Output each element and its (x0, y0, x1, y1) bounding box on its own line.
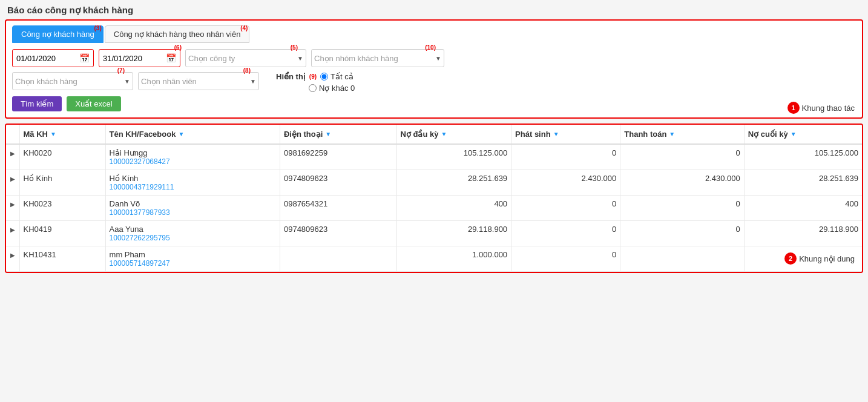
control-frame: Công nợ khách hàng (3) Công nợ khách hàn… (5, 19, 863, 119)
thanh-toan-cell: 0 (620, 196, 745, 221)
no-cuoi-ky-cell: 105.125.000 (744, 144, 862, 170)
calendar-icon-to[interactable]: 📅 (166, 53, 176, 63)
facebook-link[interactable]: 100027262295795 (110, 234, 276, 242)
th-phat-sinh: Phát sinh ▼ (511, 125, 620, 144)
expand-arrow-icon[interactable]: ▶ (10, 201, 15, 208)
expand-arrow-icon[interactable]: ▶ (10, 176, 15, 182)
hienthi-all-label[interactable]: Tất cả (320, 72, 353, 81)
hienthi-no-khac-0-radio[interactable] (309, 84, 317, 92)
hienthi-no-khac-0-label[interactable]: Nợ khác 0 (309, 84, 355, 93)
facebook-link[interactable]: 100002327068427 (110, 157, 276, 166)
ma-kh-cell: KH0020 (19, 144, 105, 170)
tab-cong-no-theo-nhan-vien[interactable]: Công nợ khách hàng theo nhân viên (4) (105, 25, 250, 43)
facebook-link[interactable]: 100001377987933 (110, 208, 276, 217)
facebook-link[interactable]: 100005714897247 (110, 259, 276, 268)
ten-kh-name: Aaa Yuna (110, 225, 143, 234)
date-to-wrap: 📅 (99, 49, 180, 67)
expand-cell[interactable]: ▶ (6, 221, 19, 246)
filter-icon-no-dau-ky[interactable]: ▼ (441, 131, 447, 137)
date-to-badge: (6) (174, 44, 182, 51)
table-row: ▶Hồ KínhHồ Kính1000004371929111097480962… (6, 170, 862, 196)
table-row: ▶KH0020Hải Hưngg100002327068427098169225… (6, 144, 862, 170)
date-to-input[interactable] (103, 54, 163, 63)
expand-cell[interactable]: ▶ (6, 144, 19, 170)
tab1-badge: (3) (94, 25, 102, 31)
expand-cell[interactable]: ▶ (6, 170, 19, 196)
data-frame: Mã KH ▼ Tên KH/Facebook ▼ Điện thoại (5, 124, 863, 273)
facebook-link[interactable]: 1000004371929111 (110, 183, 276, 191)
expand-arrow-icon[interactable]: ▶ (10, 150, 15, 157)
tab1-label: Công nợ khách hàng (21, 30, 94, 39)
export-button[interactable]: Xuất excel (67, 96, 120, 111)
frame2-circle: 2 (784, 252, 797, 265)
buttons-row: Tìm kiếm Xuất excel (12, 96, 856, 111)
expand-cell[interactable]: ▶ (6, 246, 19, 272)
tab2-badge: (4) (240, 25, 248, 31)
data-table: Mã KH ▼ Tên KH/Facebook ▼ Điện thoại (6, 125, 862, 272)
expand-arrow-icon[interactable]: ▶ (10, 226, 15, 233)
search-button[interactable]: Tìm kiếm (12, 96, 62, 111)
no-dau-ky-cell: 400 (396, 196, 511, 221)
customer-select[interactable]: Chọn khách hàng (15, 77, 123, 86)
no-dau-ky-cell: 1.000.000 (396, 246, 511, 272)
dien-thoai-cell: 0974809623 (280, 170, 396, 196)
employee-badge: (8) (243, 67, 251, 74)
dien-thoai-cell (280, 246, 396, 272)
no-dau-ky-cell: 29.118.900 (396, 221, 511, 246)
tabs-row: Công nợ khách hàng (3) Công nợ khách hàn… (12, 25, 856, 43)
filter-icon-thanh-toan[interactable]: ▼ (669, 131, 675, 137)
company-select[interactable]: Chọn công ty (188, 54, 296, 63)
hienthi-all-text: Tất cả (330, 72, 353, 81)
no-cuoi-ky-cell: 400 (744, 196, 862, 221)
customer-select-wrap[interactable]: Chọn khách hàng ▼ (12, 72, 133, 90)
employee-arrow-icon: ▼ (250, 78, 256, 85)
employee-select-wrap[interactable]: Chọn nhân viên ▼ (138, 72, 259, 90)
frame1-label: 1 Khung thao tác (787, 102, 855, 114)
expand-arrow-icon[interactable]: ▶ (10, 252, 15, 259)
table-row: ▶KH10431mm Pham1000057148972471.000.0000 (6, 246, 862, 272)
company-select-wrap[interactable]: Chọn công ty ▼ (185, 49, 306, 67)
ten-kh-name: Hải Hưngg (110, 148, 148, 157)
hienthi-no-khac-0-text: Nợ khác 0 (319, 84, 355, 93)
employee-select[interactable]: Chọn nhân viên (141, 77, 249, 86)
frame2-label: 2 Khung nội dung (784, 249, 855, 268)
table-row: ▶KH0023Danh Võ10000137798793309876543214… (6, 196, 862, 221)
customer-group-badge: (10) (425, 44, 436, 51)
th-dien-thoai: Điện thoại ▼ (280, 125, 396, 144)
ten-kh-cell: Hải Hưngg100002327068427 (105, 144, 280, 170)
tab-cong-no-khach-hang[interactable]: Công nợ khách hàng (3) (12, 25, 104, 43)
hienthi-label: Hiển thị (276, 72, 306, 81)
hienthi-all-radio[interactable] (320, 73, 328, 81)
no-dau-ky-cell: 105.125.000 (396, 144, 511, 170)
expand-cell[interactable]: ▶ (6, 196, 19, 221)
phat-sinh-cell: 0 (511, 246, 620, 272)
customer-group-select-wrap[interactable]: Chọn nhóm khách hàng ▼ (311, 49, 444, 67)
phat-sinh-cell: 0 (511, 196, 620, 221)
calendar-icon-from[interactable]: 📅 (79, 53, 90, 63)
ten-kh-cell: Danh Võ100001377987933 (105, 196, 280, 221)
filter-icon-no-cuoi-ky[interactable]: ▼ (791, 131, 797, 137)
ma-kh-cell: KH10431 (19, 246, 105, 272)
filter-icon-dien-thoai[interactable]: ▼ (325, 131, 331, 137)
filter-icon-phat-sinh[interactable]: ▼ (553, 131, 559, 137)
ten-kh-name: Hồ Kính (110, 174, 139, 183)
filter-icon-ma-kh[interactable]: ▼ (50, 131, 56, 137)
thanh-toan-cell (620, 246, 745, 272)
th-no-dau-ky: Nợ đầu kỳ ▼ (396, 125, 511, 144)
ma-kh-cell: KH0419 (19, 221, 105, 246)
filter-icon-ten-kh[interactable]: ▼ (178, 131, 184, 137)
customer-group-select[interactable]: Chọn nhóm khách hàng (314, 54, 434, 63)
ma-kh-cell: KH0023 (19, 196, 105, 221)
no-cuoi-ky-cell: 28.251.639 (744, 170, 862, 196)
company-badge: (5) (291, 44, 298, 51)
customer-badge: (7) (117, 67, 125, 74)
table-header-row: Mã KH ▼ Tên KH/Facebook ▼ Điện thoại (6, 125, 862, 144)
ten-kh-cell: mm Pham100005714897247 (105, 246, 280, 272)
frame1-text: Khung thao tác (802, 104, 855, 113)
customer-arrow-icon: ▼ (124, 78, 130, 85)
date-from-input[interactable] (16, 54, 77, 63)
filters-row1: 📅 📅 (6) Chọn công ty ▼ (5) (12, 49, 856, 67)
thanh-toan-cell: 0 (620, 221, 745, 246)
dien-thoai-cell: 0974809623 (280, 221, 396, 246)
phat-sinh-cell: 2.430.000 (511, 170, 620, 196)
